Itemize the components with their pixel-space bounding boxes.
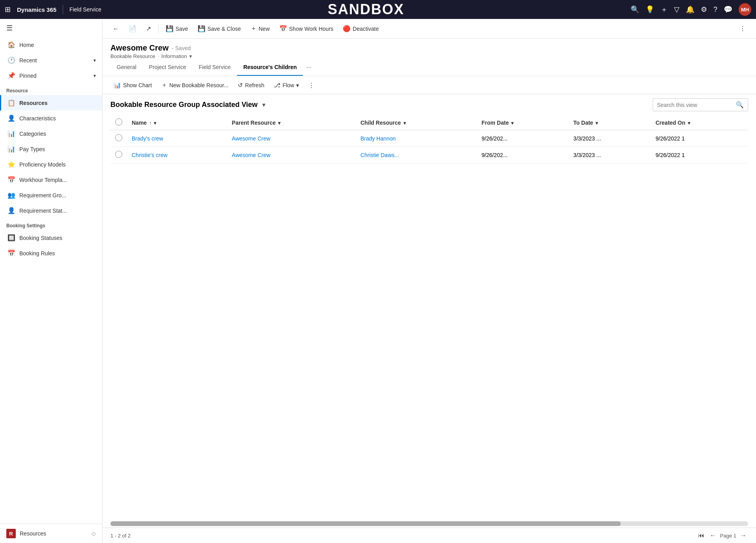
resource-section-label: Resource (0, 83, 102, 95)
scroll-thumb[interactable] (110, 521, 621, 526)
next-page-icon: → (740, 532, 747, 539)
select-all-column[interactable] (110, 115, 127, 130)
sidebar-item-proficiency-label: Proficiency Models (19, 161, 66, 168)
row-2-to-date: 3/3/2023 ... (569, 147, 651, 163)
plus-icon[interactable]: ＋ (661, 5, 668, 14)
row-1-checkbox[interactable] (115, 134, 122, 141)
filter-icon[interactable]: ▽ (674, 5, 679, 14)
name-sort-asc-icon: ↑ (149, 120, 151, 126)
name-sort-chevron-icon[interactable]: ▾ (154, 120, 156, 126)
sidebar-item-home[interactable]: 🏠 Home (0, 37, 102, 52)
col-parent-resource[interactable]: Parent Resource ▾ (227, 115, 356, 130)
form-icon: 📄 (129, 25, 136, 32)
new-label: New (259, 26, 270, 32)
lightbulb-icon[interactable]: 💡 (646, 5, 654, 14)
new-icon: ＋ (250, 24, 257, 33)
avatar[interactable]: MH (739, 3, 751, 16)
sidebar-item-pay-types[interactable]: 📊 Pay Types (0, 141, 102, 157)
toolbar-more-button[interactable]: ⋮ (735, 22, 750, 35)
gear-icon[interactable]: ⚙ (701, 5, 707, 14)
sidebar-menu-toggle[interactable]: ☰ (0, 19, 102, 37)
open-new-window-button[interactable]: ↗ (142, 22, 155, 35)
row-2-from-date: 9/26/202... (477, 147, 569, 163)
row-1-parent-resource[interactable]: Awesome Crew (227, 130, 356, 147)
help-icon[interactable]: ? (713, 6, 717, 14)
tab-field-service[interactable]: Field Service (192, 59, 237, 76)
sidebar-item-booking-rules[interactable]: 📅 Booking Rules (0, 245, 102, 261)
tab-general[interactable]: General (110, 59, 143, 76)
col-name[interactable]: Name ↑ ▾ (127, 115, 227, 130)
sidebar-item-characteristics[interactable]: 👤 Characteristics (0, 110, 102, 126)
chat-icon[interactable]: 💬 (724, 5, 732, 14)
row-1-name[interactable]: Brady's crew (127, 130, 227, 147)
search-button[interactable]: 🔍 (732, 99, 748, 111)
show-work-hours-button[interactable]: 📅 Show Work Hours (275, 22, 338, 35)
sidebar-item-pinned-label: Pinned (19, 73, 37, 79)
first-page-button[interactable]: ⏮ (696, 531, 706, 540)
deactivate-label: Deactivate (353, 26, 379, 32)
col-created-on[interactable]: Created On ▾ (651, 115, 748, 130)
row-2-child-resource[interactable]: Christie Daws... (356, 147, 477, 163)
save-close-button[interactable]: 💾 Save & Close (194, 22, 245, 35)
new-bookable-resource-button[interactable]: ＋ New Bookable Resour... (158, 79, 231, 91)
save-icon: 💾 (166, 25, 174, 32)
sidebar-item-resources-label: Resources (19, 100, 48, 106)
row-1-child-resource[interactable]: Brady Hannon (356, 130, 477, 147)
waffle-icon[interactable]: ⊞ (5, 5, 11, 14)
from-date-sort-icon[interactable]: ▾ (511, 120, 513, 126)
search-icon[interactable]: 🔍 (631, 5, 639, 14)
prev-page-icon: ← (710, 532, 716, 539)
col-child-resource[interactable]: Child Resource ▾ (356, 115, 477, 130)
sidebar-bottom-label: Resources (20, 530, 46, 537)
created-on-sort-icon[interactable]: ▾ (688, 120, 690, 126)
sidebar-item-req-statuses-label: Requirement Stat... (19, 208, 67, 214)
row-2-name[interactable]: Christie's crew (127, 147, 227, 163)
sidebar-item-pay-types-label: Pay Types (19, 146, 45, 152)
row-2-checkbox[interactable] (115, 151, 122, 158)
next-page-button[interactable]: → (739, 531, 748, 540)
prev-page-button[interactable]: ← (708, 531, 718, 540)
tab-project-service[interactable]: Project Service (143, 59, 192, 76)
grid-header: Name ↑ ▾ Parent Resource ▾ Child Resourc… (110, 115, 748, 130)
col-to-date[interactable]: To Date ▾ (569, 115, 651, 130)
sidebar-item-proficiency-models[interactable]: ⭐ Proficiency Models (0, 157, 102, 172)
row-2-parent-resource[interactable]: Awesome Crew (227, 147, 356, 163)
subgrid-more-button[interactable]: ⋮ (305, 80, 317, 91)
deactivate-button[interactable]: 🔴 Deactivate (339, 22, 383, 35)
sidebar-item-pinned[interactable]: 📌 Pinned ▾ (0, 68, 102, 83)
top-navigation: ⊞ Dynamics 365 Field Service SANDBOX 🔍 💡… (0, 0, 756, 19)
sidebar-item-resources[interactable]: 📋 Resources (0, 95, 102, 110)
new-button[interactable]: ＋ New (246, 22, 274, 35)
save-button[interactable]: 💾 Save (162, 22, 192, 35)
flow-button[interactable]: ⎇ Flow ▾ (271, 80, 302, 91)
sidebar-item-booking-statuses-label: Booking Statuses (19, 235, 62, 241)
sidebar-item-workhour-templates[interactable]: 📅 Workhour Templa... (0, 172, 102, 187)
tabs-more-button[interactable]: ··· (303, 59, 314, 76)
sidebar-item-recent[interactable]: 🕐 Recent ▾ (0, 52, 102, 68)
sidebar-item-booking-statuses[interactable]: 🔲 Booking Statuses (0, 230, 102, 245)
sidebar-bottom-resources[interactable]: R Resources ◇ (0, 524, 102, 543)
sidebar-item-requirement-statuses[interactable]: 👤 Requirement Stat... (0, 203, 102, 218)
row-1-to-date: 3/3/2023 ... (569, 130, 651, 147)
recent-chevron-icon: ▾ (93, 58, 96, 63)
record-view-chevron-icon[interactable]: ▾ (189, 53, 192, 59)
col-from-date[interactable]: From Date ▾ (477, 115, 569, 130)
child-resource-sort-icon[interactable]: ▾ (403, 120, 406, 126)
row-2-created-on: 9/26/2022 1 (651, 147, 748, 163)
show-chart-button[interactable]: 📊 Show Chart (110, 80, 155, 91)
proficiency-icon: ⭐ (7, 161, 15, 168)
select-all-checkbox[interactable] (115, 118, 122, 125)
refresh-button[interactable]: ↺ Refresh (235, 80, 267, 91)
sidebar-item-categories[interactable]: 📊 Categories (0, 126, 102, 141)
to-date-sort-icon[interactable]: ▾ (595, 120, 598, 126)
search-input[interactable] (653, 99, 732, 110)
sidebar-item-requirement-groups[interactable]: 👥 Requirement Gro... (0, 187, 102, 203)
form-view-button[interactable]: 📄 (125, 22, 140, 35)
bell-icon[interactable]: 🔔 (686, 5, 694, 14)
view-header-row: Bookable Resource Group Associated View … (103, 94, 756, 115)
tab-resources-children[interactable]: Resource's Children (237, 59, 303, 76)
back-button[interactable]: ← (109, 23, 123, 35)
view-title-dropdown-icon[interactable]: ▾ (262, 101, 265, 109)
parent-resource-sort-icon[interactable]: ▾ (278, 120, 280, 126)
horizontal-scrollbar[interactable] (110, 521, 748, 526)
